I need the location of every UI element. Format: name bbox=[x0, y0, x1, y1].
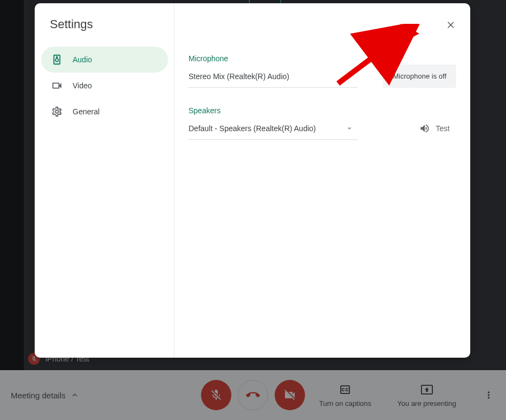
hang-up-button[interactable] bbox=[238, 380, 268, 410]
nav-general[interactable]: General bbox=[41, 99, 174, 125]
chevron-up-icon bbox=[70, 390, 80, 400]
volume-icon bbox=[419, 123, 430, 134]
meeting-details-button[interactable]: Meeting details bbox=[11, 390, 80, 400]
mute-mic-button[interactable] bbox=[201, 380, 231, 410]
microphone-value: Stereo Mix (Realtek(R) Audio) bbox=[189, 72, 289, 81]
nav-general-label: General bbox=[73, 107, 100, 116]
call-controls bbox=[201, 380, 305, 410]
settings-sidebar: Settings Audio Video General bbox=[35, 3, 174, 358]
present-label: You are presenting bbox=[397, 399, 456, 408]
nav-video[interactable]: Video bbox=[41, 73, 174, 99]
close-icon bbox=[445, 20, 456, 30]
settings-content: Microphone Stereo Mix (Realtek(R) Audio)… bbox=[174, 3, 470, 358]
videocam-off-icon bbox=[283, 389, 296, 402]
mic-off-icon bbox=[210, 389, 223, 402]
present-button[interactable]: You are presenting bbox=[397, 383, 456, 408]
test-label: Test bbox=[436, 124, 450, 133]
dropdown-icon bbox=[345, 72, 354, 81]
bottom-control-bar: Meeting details Turn on captions You are… bbox=[0, 370, 506, 420]
gear-icon bbox=[51, 106, 63, 118]
camera-off-button[interactable] bbox=[275, 380, 305, 410]
nav-audio-label: Audio bbox=[73, 55, 92, 64]
svg-marker-1 bbox=[397, 24, 419, 46]
more-vert-icon bbox=[483, 390, 494, 400]
speakers-select[interactable]: Default - Speakers (Realtek(R) Audio) bbox=[189, 117, 358, 140]
nav-video-label: Video bbox=[73, 81, 92, 90]
microphone-section-label: Microphone bbox=[189, 54, 456, 63]
call-end-icon bbox=[246, 388, 260, 402]
nav-audio[interactable]: Audio bbox=[41, 47, 168, 73]
speaker-icon bbox=[51, 54, 63, 66]
present-to-all-icon bbox=[420, 383, 433, 396]
dropdown-icon bbox=[345, 124, 354, 133]
microphone-select[interactable]: Stereo Mix (Realtek(R) Audio) bbox=[189, 65, 358, 88]
videocam-icon bbox=[51, 80, 63, 92]
close-button[interactable] bbox=[442, 16, 459, 34]
microphone-status: Microphone is off bbox=[383, 64, 456, 88]
closed-caption-icon bbox=[339, 383, 352, 396]
dialog-title: Settings bbox=[35, 17, 174, 47]
meeting-details-label: Meeting details bbox=[11, 391, 66, 400]
settings-dialog: Settings Audio Video General Microphone … bbox=[35, 3, 470, 358]
test-speakers-button[interactable]: Test bbox=[419, 123, 450, 134]
captions-label: Turn on captions bbox=[319, 399, 371, 408]
speakers-section-label: Speakers bbox=[189, 106, 456, 115]
more-options-button[interactable] bbox=[482, 389, 495, 402]
speakers-value: Default - Speakers (Realtek(R) Audio) bbox=[189, 124, 316, 133]
right-controls: Turn on captions You are presenting bbox=[319, 383, 495, 408]
captions-button[interactable]: Turn on captions bbox=[319, 383, 371, 408]
